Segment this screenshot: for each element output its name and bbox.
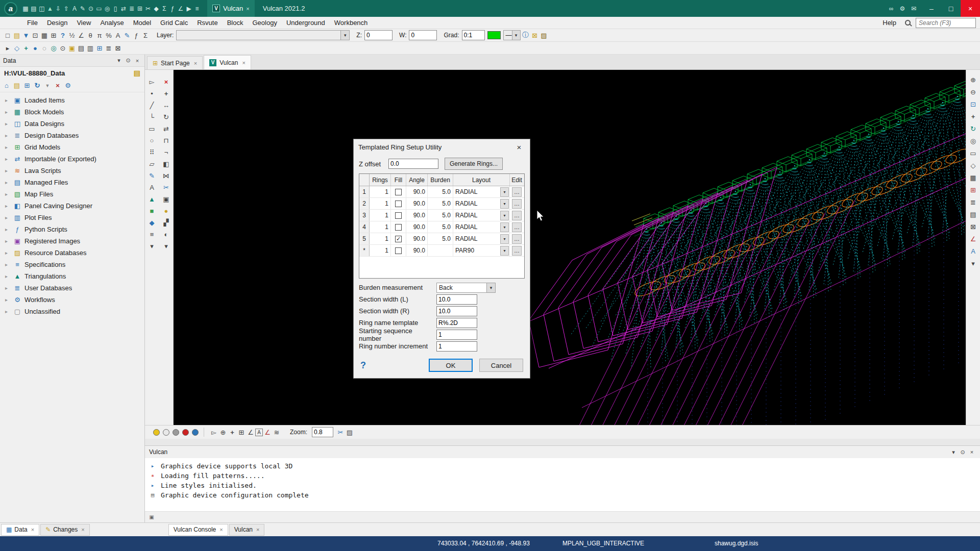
fx-icon[interactable]: ƒ: [132, 30, 141, 41]
edit-button[interactable]: …: [512, 211, 522, 220]
expander-icon[interactable]: ▸: [5, 250, 10, 256]
home-icon[interactable]: ⌂: [2, 80, 11, 91]
mirror-tool-icon[interactable]: ⇄: [160, 123, 173, 135]
menu-design[interactable]: Design: [42, 17, 72, 29]
more-icon[interactable]: ▾: [969, 258, 978, 269]
clip-icon[interactable]: ⊠: [113, 42, 122, 54]
menu-block[interactable]: Block: [223, 17, 248, 29]
close-button[interactable]: ×: [961, 0, 980, 17]
field-input[interactable]: [436, 330, 477, 340]
expander-icon[interactable]: ▸: [5, 144, 10, 150]
import-icon[interactable]: ⇩: [54, 3, 62, 14]
delete-tool-icon[interactable]: ×: [160, 76, 173, 88]
menu-analyse[interactable]: Analyse: [95, 17, 128, 29]
help-icon[interactable]: ?: [58, 30, 67, 41]
pin-icon[interactable]: ⊙: [959, 446, 967, 458]
expander-icon[interactable]: ▸: [5, 109, 10, 115]
expander-icon[interactable]: ▸: [5, 156, 10, 162]
snap-mode-icon[interactable]: ⊕: [218, 427, 228, 438]
expander-icon[interactable]: ▸: [5, 309, 10, 314]
ok-button[interactable]: OK: [429, 359, 473, 372]
display-mode-grey[interactable]: [173, 429, 179, 436]
print-icon[interactable]: ▦: [40, 30, 49, 41]
measure-angle-icon[interactable]: ∠: [969, 233, 978, 244]
layout-dropdown-button[interactable]: ▾: [500, 246, 509, 256]
line-style-combo[interactable]: — ▾: [503, 30, 521, 40]
burden-cell[interactable]: 5.0: [428, 221, 453, 233]
more-tools-icon[interactable]: ▾: [160, 240, 173, 252]
expander-icon[interactable]: ▸: [5, 168, 10, 173]
angle-cell[interactable]: 90.0: [406, 233, 428, 244]
list-tool-icon[interactable]: ≡: [146, 229, 158, 240]
ring-row[interactable]: * 1 90.0 PAR90 ▾ …: [359, 245, 524, 257]
sphere-icon[interactable]: ●: [31, 42, 40, 54]
rings-cell[interactable]: 1: [370, 210, 391, 221]
menu-view[interactable]: View: [72, 17, 95, 29]
viewport-3d-scene[interactable]: [174, 70, 966, 425]
layout-dropdown-button[interactable]: ▾: [500, 187, 509, 197]
console-output[interactable]: ▸ Graphics device supports local 3D ∗ Lo…: [145, 458, 980, 511]
tree-item[interactable]: ▸ ▧ Map Files: [0, 188, 144, 200]
edit-button[interactable]: …: [512, 234, 522, 244]
field-input[interactable]: [436, 294, 477, 305]
rotate-view-icon[interactable]: ↻: [969, 123, 978, 134]
pin-icon[interactable]: ⊙: [124, 55, 132, 66]
stack-icon[interactable]: ≣: [104, 42, 113, 54]
tree-item[interactable]: ▸ ▥ Plot Files: [0, 212, 144, 223]
filled-box-icon[interactable]: ■: [146, 205, 158, 217]
close-icon[interactable]: ×: [219, 527, 223, 533]
tree-item[interactable]: ▸ ≋ Lava Scripts: [0, 165, 144, 177]
digitise-pen-icon[interactable]: ✎: [146, 170, 158, 182]
tree-item[interactable]: ▸ ≡ Specifications: [0, 259, 144, 270]
sigma-icon[interactable]: Σ: [141, 30, 150, 41]
copy-icon[interactable]: ⊞: [49, 30, 58, 41]
snap-box-icon[interactable]: ▣: [160, 193, 173, 205]
display-mode-blue[interactable]: [192, 429, 199, 436]
grad-input[interactable]: [462, 30, 485, 40]
chevron-down-icon[interactable]: ▾: [340, 31, 349, 40]
expander-icon[interactable]: ▸: [5, 238, 10, 244]
menu-model[interactable]: Model: [129, 17, 156, 29]
tree-item[interactable]: ▸ ⊞ Grid Models: [0, 141, 144, 153]
ring-row[interactable]: 2 1 90.0 5.0 RADIAL ▾ …: [359, 198, 524, 210]
dock-tab-changes[interactable]: ✎ Changes ×: [40, 524, 90, 536]
expander-icon[interactable]: ▸: [5, 285, 10, 291]
monitor-icon[interactable]: ▭: [95, 3, 103, 14]
settings-icon[interactable]: ⚙: [898, 3, 906, 14]
ellipse-tool-icon[interactable]: ○: [146, 135, 158, 146]
lock-icon[interactable]: ⊠: [530, 30, 540, 41]
function-icon[interactable]: ƒ: [168, 3, 177, 14]
paint-icon[interactable]: ▨: [540, 30, 549, 41]
edit-button[interactable]: …: [512, 222, 522, 232]
edit-button[interactable]: …: [512, 199, 522, 209]
refresh-icon[interactable]: ↻: [33, 80, 42, 91]
rings-cell[interactable]: 1: [370, 186, 391, 197]
export-icon[interactable]: ⇧: [62, 3, 70, 14]
menu-rsvute[interactable]: Rsvute: [192, 17, 222, 29]
split-tool-icon[interactable]: ◧: [160, 158, 173, 170]
tree-item[interactable]: ▸ ▣ Registered Images: [0, 235, 144, 247]
angle-cell[interactable]: 90.0: [406, 221, 428, 233]
angle-cell[interactable]: 90.0: [406, 245, 428, 256]
folder-icon[interactable]: ▤: [12, 80, 21, 91]
tab-vulcan[interactable]: V Vulcan ×: [204, 55, 251, 69]
close-icon[interactable]: ×: [31, 527, 34, 533]
chevron-down-icon[interactable]: ▾: [949, 446, 958, 458]
save-icon[interactable]: ▼: [21, 30, 31, 41]
fill-checkbox[interactable]: [395, 247, 402, 254]
more-tools-icon[interactable]: ▾: [146, 240, 158, 252]
angle-cell[interactable]: 90.0: [406, 198, 428, 209]
burden-cell[interactable]: 5.0: [428, 210, 453, 221]
ring-row[interactable]: 5 1 ✓ 90.0 5.0 RADIAL ▾ …: [359, 233, 524, 245]
expander-icon[interactable]: ▸: [5, 297, 10, 303]
layout-cell[interactable]: RADIAL ▾: [453, 198, 510, 209]
layout-cell[interactable]: RADIAL ▾: [453, 210, 510, 221]
package-icon[interactable]: ⊞: [136, 3, 144, 14]
search-input[interactable]: [916, 18, 976, 28]
rings-cell[interactable]: 1: [370, 198, 391, 209]
zoom-out-icon[interactable]: ⊖: [969, 86, 978, 97]
layout-cell[interactable]: PAR90 ▾: [453, 245, 510, 256]
rings-cell[interactable]: 1: [370, 221, 391, 233]
bead-tool-icon[interactable]: ●: [160, 205, 173, 217]
pointer-icon[interactable]: ▸: [3, 42, 12, 54]
